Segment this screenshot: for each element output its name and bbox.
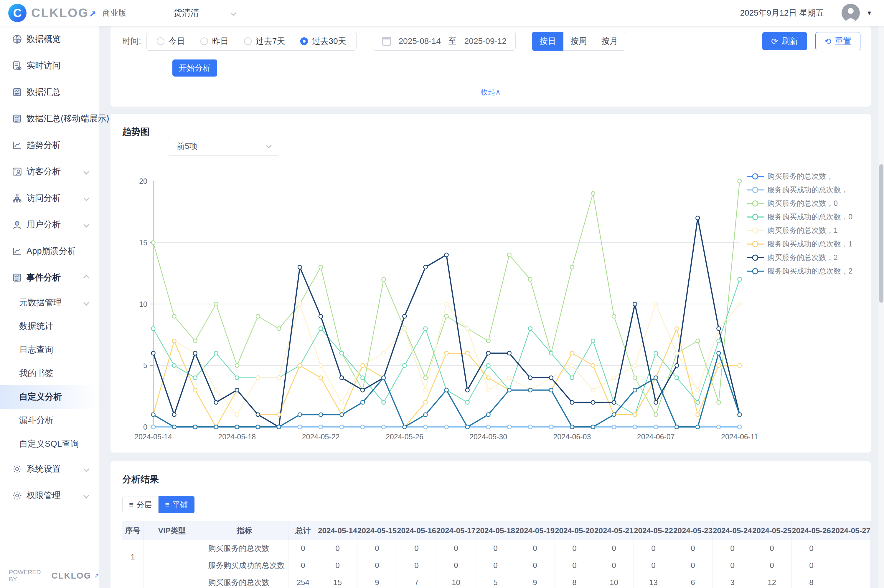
result-toggle-0[interactable]: ≡分层	[122, 496, 159, 513]
value-cell: 6	[673, 574, 713, 588]
sidebar-item-1[interactable]: 实时访问	[0, 52, 99, 79]
value-cell	[831, 540, 870, 557]
granularity-button-2[interactable]: 按月	[594, 32, 625, 51]
svg-text:2024-05-30: 2024-05-30	[469, 432, 507, 441]
svg-text:2024-05-26: 2024-05-26	[386, 432, 424, 441]
sidebar-item-label: 趋势分析	[27, 139, 61, 151]
sidebar-item-13[interactable]: 我的书签	[0, 362, 99, 385]
sidebar-item-7[interactable]: 用户分析	[0, 212, 99, 238]
reset-icon: ⟲	[824, 36, 831, 46]
value-cell: 0	[357, 557, 397, 574]
value-cell: 9	[515, 574, 555, 588]
sidebar-items: 数据概览实时访问数据汇总数据汇总(移动端展示)趋势分析访客分析访问分析用户分析A…	[0, 26, 99, 509]
legend-label: 服务购买成功的总次数，2	[767, 266, 852, 276]
sidebar-item-16[interactable]: 自定义SQL查询	[0, 432, 99, 456]
date-start: 2025-08-14	[399, 36, 441, 46]
column-header: 2024-05-26	[791, 522, 831, 540]
legend-label: 服务购买成功的总次数，0	[767, 212, 852, 222]
sidebar-item-6[interactable]: 访问分析	[0, 185, 99, 212]
account-menu-caret-icon[interactable]: ▼	[866, 10, 872, 16]
granularity-button-1[interactable]: 按周	[564, 32, 594, 51]
brand-arrow-icon: ↗	[94, 572, 99, 579]
column-header: 2024-05-20	[555, 522, 594, 540]
table-row: 1购买服务的总次数00000000000000	[122, 540, 871, 557]
legend-item-7[interactable]: 服务购买成功的总次数，2	[747, 266, 852, 276]
globe-icon	[11, 33, 23, 45]
sidebar-item-11[interactable]: 数据统计	[0, 315, 99, 338]
start-analysis-button[interactable]: 开始分析	[172, 60, 217, 76]
brand-arrow-icon: ↗	[89, 9, 97, 19]
value-cell: 0	[555, 540, 594, 557]
list-icon: ≡	[129, 500, 134, 509]
sidebar-item-4[interactable]: 趋势分析	[0, 132, 99, 158]
sidebar-item-15[interactable]: 漏斗分析	[0, 409, 99, 432]
granularity-button-0[interactable]: 按日	[532, 32, 564, 51]
result-toggle-1[interactable]: ≡平铺	[159, 496, 194, 513]
result-title: 分析结果	[122, 473, 159, 486]
main-content: 时间: 今日昨日过去7天过去30天 2025-08-14 至 2025-09-1…	[99, 26, 878, 588]
collapse-link[interactable]: 收起∧	[110, 87, 871, 97]
value-cell: 0	[397, 557, 436, 574]
brand-logo-icon: C	[8, 4, 27, 22]
top-n-value: 前5项	[176, 141, 198, 152]
radio-icon	[244, 38, 252, 45]
svg-text:20: 20	[139, 177, 147, 185]
time-radio-0[interactable]: 今日	[157, 36, 185, 47]
metric-cell: 购买服务的总次数	[200, 540, 288, 557]
sidebar-item-label: 数据概览	[27, 33, 61, 45]
sidebar-item-label: 漏斗分析	[19, 415, 53, 426]
value-cell: 8	[791, 574, 831, 588]
layout-toggle-group: ≡分层≡平铺	[122, 496, 194, 513]
user-icon	[842, 4, 860, 22]
avatar[interactable]	[842, 4, 860, 22]
legend-marker-icon	[747, 200, 764, 207]
legend-item-2[interactable]: 购买服务的总次数，0	[747, 198, 852, 208]
sidebar-item-5[interactable]: 访客分析	[0, 158, 99, 185]
total-cell: 0	[288, 557, 318, 574]
reset-button[interactable]: ⟲ 重置	[815, 32, 860, 50]
chevron-down-icon	[83, 493, 89, 498]
sidebar-item-8[interactable]: App崩溃分析	[0, 238, 99, 264]
time-radio-2[interactable]: 过去7天	[244, 36, 285, 47]
legend-item-6[interactable]: 购买服务的总次数，2	[747, 253, 852, 262]
page-scrollbar-thumb[interactable]	[879, 164, 883, 303]
card-chart-icon	[11, 113, 23, 124]
filter-toolbar: 时间: 今日昨日过去7天过去30天 2025-08-14 至 2025-09-1…	[110, 27, 871, 51]
sidebar-item-0[interactable]: 数据概览	[0, 26, 99, 52]
sidebar-item-3[interactable]: 数据汇总(移动端展示)	[0, 105, 99, 132]
sidebar-item-10[interactable]: 元数据管理	[0, 291, 99, 315]
top-n-select[interactable]: 前5项	[168, 137, 279, 156]
radio-icon	[157, 38, 164, 45]
sidebar-item-17[interactable]: 系统设置	[0, 456, 99, 482]
filter-card: 时间: 今日昨日过去7天过去30天 2025-08-14 至 2025-09-1…	[110, 27, 871, 106]
sidebar-item-18[interactable]: 权限管理	[0, 482, 99, 509]
legend-item-5[interactable]: 服务购买成功的总次数，1	[747, 239, 852, 249]
list-icon: ≡	[165, 500, 170, 509]
sidebar-item-14[interactable]: 自定义分析	[0, 385, 99, 409]
sidebar: 数据概览实时访问数据汇总数据汇总(移动端展示)趋势分析访客分析访问分析用户分析A…	[0, 26, 99, 588]
doc-eye-icon	[11, 60, 23, 72]
legend-item-3[interactable]: 服务购买成功的总次数，0	[747, 212, 852, 222]
project-selector[interactable]: 货清清	[173, 7, 235, 19]
legend-item-1[interactable]: 服务购买成功的总次数，	[747, 185, 852, 195]
sidebar-item-2[interactable]: 数据汇总	[0, 79, 99, 105]
time-range-radio-group: 今日昨日过去7天过去30天	[146, 32, 356, 51]
value-cell: 0	[673, 540, 713, 557]
refresh-button[interactable]: ⟳ 刷新	[762, 32, 807, 50]
sidebar-item-label: 数据汇总	[27, 86, 61, 98]
time-radio-1[interactable]: 昨日	[200, 36, 229, 47]
logo: C CLKLOG↗ 商业版	[8, 4, 126, 22]
refresh-icon: ⟳	[771, 36, 778, 46]
legend-item-0[interactable]: 购买服务的总次数，	[747, 171, 852, 181]
sidebar-item-9[interactable]: 事件分析	[0, 264, 99, 291]
value-cell: 0	[713, 540, 752, 557]
sidebar-item-label: 我的书签	[19, 368, 53, 379]
legend-item-4[interactable]: 购买服务的总次数，1	[747, 225, 852, 235]
sidebar-item-12[interactable]: 日志查询	[0, 338, 99, 362]
value-cell: 0	[436, 540, 476, 557]
time-radio-3[interactable]: 过去30天	[300, 36, 346, 47]
date-range-picker[interactable]: 2025-08-14 至 2025-09-12	[373, 32, 516, 51]
sidebar-item-label: 数据统计	[19, 320, 53, 332]
value-cell: 0	[515, 557, 555, 574]
value-cell: 8	[555, 574, 594, 588]
